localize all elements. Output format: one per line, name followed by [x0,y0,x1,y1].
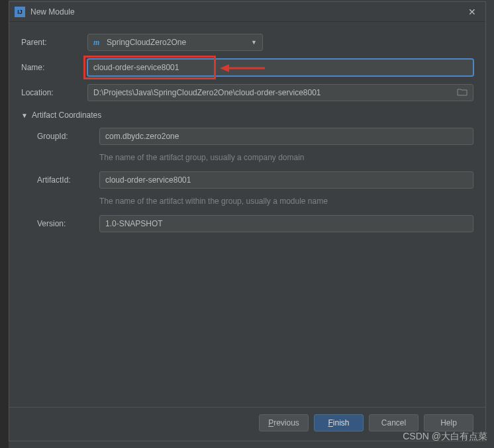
parent-label: Parent: [21,38,87,47]
artifactid-input[interactable]: cloud-order-service8001 [99,171,473,189]
new-module-dialog: IJ New Module ✕ Parent: m SpringCloudZer… [9,1,486,441]
chevron-down-icon: ▼ [251,39,257,46]
parent-combo[interactable]: m SpringCloudZero2One ▼ [87,34,263,51]
editor-gutter [0,0,9,448]
dialog-content: Parent: m SpringCloudZero2One ▼ Name: cl… [9,22,485,407]
location-value: D:\Projects\Java\SpringCloudZero2One\clo… [93,88,457,97]
version-label: Version: [21,219,99,228]
parent-value: SpringCloudZero2One [107,38,251,47]
artifact-coordinates-toggle[interactable]: ▼ Artifact Coordinates [21,111,473,120]
artifactid-label: ArtifactId: [21,175,99,185]
artifactid-hint: The name of the artifact within the grou… [99,197,473,206]
button-bar: Previous Finish Cancel Help [9,407,485,441]
titlebar: IJ New Module ✕ [9,2,485,22]
maven-icon: m [93,38,103,47]
location-label: Location: [21,88,87,97]
close-icon[interactable]: ✕ [464,4,480,20]
groupid-value: com.dbydc.zero2one [105,132,179,141]
chevron-down-icon: ▼ [21,112,28,119]
dialog-title: New Module [30,7,464,17]
artifactid-value: cloud-order-service8001 [105,175,191,185]
intellij-icon: IJ [15,7,25,17]
location-input[interactable]: D:\Projects\Java\SpringCloudZero2One\clo… [87,84,473,101]
artifact-section-title: Artifact Coordinates [32,111,101,120]
version-value: 1.0-SNAPSHOT [105,219,163,228]
cancel-button[interactable]: Cancel [369,414,419,431]
groupid-input[interactable]: com.dbydc.zero2one [99,128,473,145]
finish-button[interactable]: Finish [314,414,364,431]
name-input[interactable]: cloud-order-service8001 [87,59,473,76]
name-value: cloud-order-service8001 [93,63,179,72]
version-input[interactable]: 1.0-SNAPSHOT [99,215,473,232]
groupid-hint: The name of the artifact group, usually … [99,153,473,162]
previous-button[interactable]: Previous [259,414,309,431]
help-button[interactable]: Help [424,414,473,431]
folder-icon[interactable] [457,88,468,97]
name-label: Name: [21,63,87,72]
groupid-label: GroupId: [21,132,99,141]
